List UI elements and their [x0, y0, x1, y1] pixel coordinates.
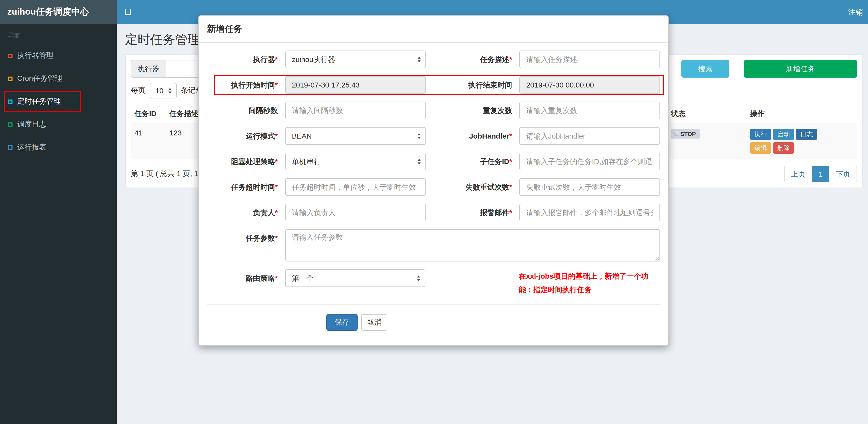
fail-retry-input[interactable] — [520, 178, 660, 196]
cancel-button[interactable]: 取消 — [361, 314, 388, 331]
sidebar: 导航 执行器管理 Cron任务管理 定时任务管理 调度日志 运行报表 — [0, 24, 117, 424]
executor-select-value: zuihou执行器 — [292, 55, 336, 64]
form-row-glue-type: 运行模式* BEAN JobHandler* — [207, 127, 660, 145]
sidebar-item-timed-task-management[interactable]: 定时任务管理 — [0, 90, 117, 113]
form-row-owner: 负责人* 报警邮件* — [207, 204, 660, 221]
route-strategy-label: 路由策略* — [207, 269, 285, 296]
form-row-route-strategy: 路由策略* 第一个 在xxl-jobs项目的基础上，新增了一个功能：指定时间执行… — [207, 269, 660, 296]
execute-button[interactable]: 执行 — [750, 129, 771, 140]
form-row-block-strategy: 阻塞处理策略* 单机串行 子任务ID* — [207, 153, 660, 170]
page-size-select[interactable]: 10 — [150, 83, 177, 98]
block-strategy-select[interactable]: 单机串行 — [285, 153, 426, 170]
search-button[interactable]: 搜索 — [681, 60, 729, 77]
task-desc-input[interactable] — [520, 51, 660, 68]
sidebar-item-cron-task-management[interactable]: Cron任务管理 — [0, 67, 117, 90]
modal-buttons: 保存 取消 — [327, 314, 660, 331]
owner-input[interactable] — [285, 204, 426, 221]
sidebar-item-label: Cron任务管理 — [17, 74, 62, 83]
sidebar-item-label: 运行报表 — [17, 143, 46, 152]
add-task-button[interactable]: 新增任务 — [744, 60, 857, 77]
form-row-interval: 间隔秒数 重复次数 — [207, 102, 660, 119]
repeat-count-label: 重复次数 — [426, 102, 520, 119]
sidebar-item-executor-management[interactable]: 执行器管理 — [0, 44, 117, 67]
job-handler-input[interactable] — [520, 127, 660, 145]
glue-type-select-value: BEAN — [292, 132, 312, 140]
block-strategy-select-value: 单机串行 — [292, 157, 321, 166]
executor-filter-addon: 执行器 — [131, 60, 166, 77]
select-caret-icon — [417, 159, 421, 164]
owner-label: 负责人* — [207, 204, 285, 221]
glue-type-select[interactable]: BEAN — [285, 127, 426, 145]
modal-title: 新增任务 — [207, 24, 242, 34]
square-icon — [8, 99, 12, 104]
start-time-input[interactable] — [285, 76, 426, 94]
cell-actions: 执行 启动 日志 编辑 删除 — [747, 123, 857, 159]
pager: 上页 1 下页 — [784, 166, 857, 182]
modal-body: 执行器* zuihou执行器 任务描述* 执行开始时间* 执行结束时间 间隔秒数 — [198, 43, 668, 345]
sidebar-item-dispatch-log[interactable]: 调度日志 — [0, 113, 117, 136]
square-icon — [8, 76, 12, 81]
route-strategy-select[interactable]: 第一个 — [285, 269, 425, 287]
job-params-textarea[interactable] — [285, 229, 660, 261]
edit-button[interactable]: 编辑 — [750, 142, 771, 154]
sidebar-item-label: 调度日志 — [17, 120, 46, 129]
square-icon — [8, 145, 12, 150]
sidebar-section-label: 导航 — [0, 24, 117, 44]
select-caret-icon — [417, 57, 421, 62]
interval-input[interactable] — [285, 102, 426, 119]
glue-type-label: 运行模式* — [207, 127, 285, 145]
alarm-email-label: 报警邮件* — [426, 204, 520, 221]
sidebar-toggle-icon[interactable] — [125, 9, 131, 14]
col-task-id: 任务ID — [131, 105, 166, 123]
start-time-label: 执行开始时间* — [207, 76, 285, 94]
square-icon — [8, 54, 12, 58]
modal-header: 新增任务 — [198, 15, 668, 43]
alarm-email-input[interactable] — [520, 204, 660, 221]
feature-note: 在xxl-jobs项目的基础上，新增了一个功能：指定时间执行任务 — [519, 269, 660, 296]
select-caret-icon — [417, 275, 420, 281]
app-brand: zuihou任务调度中心 — [0, 0, 117, 24]
select-caret-icon — [168, 88, 172, 94]
square-icon — [8, 122, 12, 127]
sidebar-item-label: 执行器管理 — [17, 51, 54, 60]
cell-task-id: 41 — [131, 123, 166, 159]
select-caret-icon — [417, 133, 421, 139]
status-badge: STOP — [671, 129, 700, 138]
col-status: 状态 — [667, 105, 747, 123]
child-job-input[interactable] — [520, 153, 660, 170]
sidebar-item-run-report[interactable]: 运行报表 — [0, 136, 117, 159]
col-actions: 操作 — [747, 105, 857, 123]
block-strategy-label: 阻塞处理策略* — [207, 153, 285, 170]
executor-select[interactable]: zuihou执行器 — [285, 51, 426, 68]
timeout-label: 任务超时时间* — [207, 178, 285, 196]
cell-status: STOP — [667, 123, 747, 159]
route-strategy-select-value: 第一个 — [292, 274, 314, 282]
timeout-input[interactable] — [285, 178, 426, 196]
row-actions: 执行 启动 日志 编辑 删除 — [750, 129, 824, 154]
form-row-job-params: 任务参数* — [207, 229, 660, 261]
page-1-button[interactable]: 1 — [812, 166, 830, 182]
page-size-value: 10 — [155, 87, 163, 95]
prev-page-button[interactable]: 上页 — [784, 166, 812, 182]
form-row-datetime: 执行开始时间* 执行结束时间 — [207, 76, 660, 94]
child-job-label: 子任务ID* — [426, 153, 520, 170]
interval-label: 间隔秒数 — [207, 102, 285, 119]
job-handler-label: JobHandler* — [426, 127, 520, 145]
stop-icon — [675, 132, 678, 135]
end-time-input[interactable] — [520, 76, 660, 94]
task-desc-label: 任务描述* — [426, 51, 520, 68]
start-button[interactable]: 启动 — [773, 129, 794, 140]
form-row-executor: 执行器* zuihou执行器 任务描述* — [207, 51, 660, 68]
repeat-count-input[interactable] — [520, 102, 660, 119]
pagination-summary: 第 1 页 ( 总共 1 页, 1 — [131, 169, 198, 179]
executor-label: 执行器* — [207, 51, 285, 68]
end-time-label: 执行结束时间 — [426, 76, 520, 94]
modal-divider — [207, 304, 660, 305]
logout-link[interactable]: 注销 — [843, 0, 868, 24]
save-button[interactable]: 保存 — [327, 314, 358, 331]
job-params-label: 任务参数* — [207, 229, 285, 261]
next-page-button[interactable]: 下页 — [829, 166, 857, 182]
add-task-modal: 新增任务 执行器* zuihou执行器 任务描述* 执行开始时间* 执行结束时间 — [198, 15, 669, 346]
log-button[interactable]: 日志 — [796, 129, 817, 140]
delete-button[interactable]: 删除 — [773, 142, 794, 154]
